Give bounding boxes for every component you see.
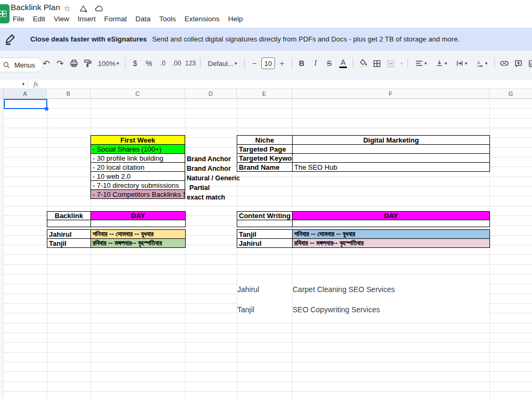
number-format-glyph: 123 — [185, 60, 196, 67]
anchor-type-label[interactable]: Partial — [187, 183, 251, 193]
insert-link-button[interactable] — [497, 56, 511, 70]
first-week-header-cell[interactable]: First Week — [91, 136, 185, 145]
first-week-cell[interactable]: - Social Shares (100+) — [91, 145, 185, 154]
first-week-cell[interactable]: - 30 profile link building — [91, 154, 185, 163]
menu-data[interactable]: Data — [131, 13, 155, 25]
backlink-empty-cell[interactable] — [91, 220, 186, 227]
menu-view[interactable]: View — [49, 13, 73, 25]
font-size-input[interactable]: 10 — [261, 57, 275, 69]
borders-button[interactable] — [370, 56, 384, 70]
insert-chart-button[interactable] — [525, 56, 532, 70]
toolbar-divider — [244, 58, 245, 69]
move-icon[interactable] — [78, 3, 88, 14]
menu-tools[interactable]: Tools — [155, 13, 180, 25]
text-color-button[interactable]: A — [336, 56, 350, 70]
increase-font-size-button[interactable]: + — [275, 56, 289, 70]
decrease-decimal-button[interactable]: .0 — [156, 56, 170, 70]
menu-edit[interactable]: Edit — [29, 13, 49, 25]
column-header-f[interactable]: F — [292, 89, 489, 98]
first-week-cell[interactable]: - 20 local citation — [91, 163, 185, 172]
strikethrough-button[interactable]: S — [322, 56, 336, 70]
menu-extensions[interactable]: Extensions — [180, 13, 224, 25]
increase-decimal-button[interactable]: .00 — [170, 56, 184, 70]
first-week-cell[interactable]: - 7-10 Competitors Backlinks Spy — [91, 190, 185, 199]
niche-row-label[interactable]: Targeted Page — [237, 145, 293, 154]
column-header-g[interactable]: G — [489, 89, 532, 98]
bold-button[interactable]: B — [295, 56, 309, 70]
niche-row-label[interactable]: Targeted Keywords — [237, 154, 293, 163]
backlink-empty-cell[interactable] — [47, 220, 91, 227]
active-cell-a1[interactable] — [4, 99, 47, 109]
note-person[interactable]: Tanjil — [237, 303, 292, 317]
svg-text:A: A — [477, 60, 480, 65]
number-format-button[interactable]: 123 — [184, 56, 197, 70]
cloud-status-icon[interactable] — [94, 3, 104, 14]
name-box[interactable]: ▾ — [0, 81, 28, 87]
menu-insert[interactable]: Insert — [73, 13, 100, 25]
paint-format-button[interactable] — [81, 56, 95, 70]
column-header-e[interactable]: E — [237, 89, 292, 98]
row-header-strip[interactable] — [0, 99, 4, 399]
vertical-align-button[interactable]: ▾ — [431, 56, 451, 70]
anchor-type-label[interactable]: Natural / Generic — [187, 173, 251, 183]
content-empty-cell[interactable] — [293, 220, 490, 227]
print-button[interactable] — [67, 56, 81, 70]
column-header-c[interactable]: C — [90, 89, 185, 98]
content-days-cell[interactable]: শনিবার -- সোমবার -- বুধবার — [293, 230, 490, 239]
horizontal-align-button[interactable]: ▾ — [411, 56, 431, 70]
column-header-d[interactable]: D — [185, 89, 237, 98]
decrease-font-size-button[interactable]: − — [247, 56, 261, 70]
fill-handle[interactable] — [45, 107, 48, 111]
bold-glyph: B — [299, 59, 304, 68]
text-wrap-button[interactable]: ▾ — [451, 56, 471, 70]
formula-bar[interactable]: ▾ fx — [0, 80, 532, 89]
text-rotation-button[interactable]: A ▾ — [471, 56, 492, 70]
format-percent-button[interactable]: % — [142, 56, 156, 70]
menu-file[interactable]: File — [9, 13, 29, 25]
italic-button[interactable]: I — [309, 56, 322, 70]
note-person[interactable]: Jahirul — [237, 282, 292, 296]
content-days-cell[interactable]: রবিবার -- মঙ্গলবার-- বৃহস্পতিবার — [293, 239, 490, 248]
backlink-days-cell[interactable]: রবিবার -- মঙ্গলবার-- বৃহস্পতিবার — [91, 239, 186, 248]
paragraph-style-select[interactable]: Defaul...▾ — [203, 56, 242, 70]
content-empty-cell[interactable] — [237, 220, 293, 227]
backlink-person-cell[interactable]: Jahirul — [47, 230, 91, 239]
menu-help[interactable]: Help — [224, 13, 247, 25]
backlink-days-cell[interactable]: শনিবার -- সোমবার -- বুধবার — [91, 230, 186, 239]
undo-button[interactable]: ↶ — [39, 56, 53, 70]
menus-search-button[interactable]: Menus — [0, 57, 43, 72]
backlink-header-cell[interactable]: Backlink — [47, 212, 91, 220]
niche-row-value[interactable] — [293, 154, 490, 163]
niche-header-cell[interactable]: Niche — [237, 136, 293, 145]
anchor-type-label[interactable]: exact match — [187, 193, 251, 202]
promo-banner[interactable]: Close deals faster with eSignaturesSend … — [0, 28, 532, 51]
content-person-cell[interactable]: Jahirul — [237, 239, 293, 248]
spreadsheet-grid: A B C D E F G First Week - Social Shares… — [0, 89, 532, 399]
note-service[interactable]: SEO Copywriting Services — [293, 303, 489, 317]
content-day-header-cell[interactable]: DAY — [293, 212, 490, 220]
format-currency-button[interactable]: $ — [128, 56, 142, 70]
note-service[interactable]: Carpet Cleaning SEO Services — [293, 282, 489, 296]
first-week-cell[interactable]: - 10 web 2.0 — [91, 172, 185, 181]
column-header-a[interactable]: A — [4, 89, 47, 98]
niche-row-value[interactable] — [293, 145, 490, 154]
menu-format[interactable]: Format — [100, 13, 131, 25]
fill-color-button[interactable] — [356, 56, 370, 70]
comment-icon — [514, 59, 523, 68]
content-header-cell[interactable]: Content Writing — [237, 212, 293, 220]
column-header-b[interactable]: B — [47, 89, 90, 98]
niche-row-label[interactable]: Brand Name — [237, 163, 293, 172]
niche-value-header-cell[interactable]: Digital Marketing — [293, 136, 490, 145]
niche-row-value[interactable]: The SEO Hub — [293, 163, 490, 172]
backlink-person-cell[interactable]: Tanjil — [47, 239, 91, 248]
backlink-day-header-cell[interactable]: DAY — [91, 212, 186, 220]
document-title[interactable]: Backlink Plan — [11, 3, 60, 12]
grid-corner[interactable] — [0, 89, 4, 99]
insert-comment-button[interactable] — [511, 56, 525, 70]
star-icon[interactable]: ☆ — [62, 3, 72, 14]
zoom-select[interactable]: 100%▾ — [95, 56, 122, 70]
text-rotation-icon: A — [476, 59, 484, 68]
content-person-cell[interactable]: Tanjil — [237, 230, 293, 239]
redo-button[interactable]: ↷ — [53, 56, 67, 70]
first-week-cell[interactable]: - 7-10 directory submissions — [91, 181, 185, 190]
